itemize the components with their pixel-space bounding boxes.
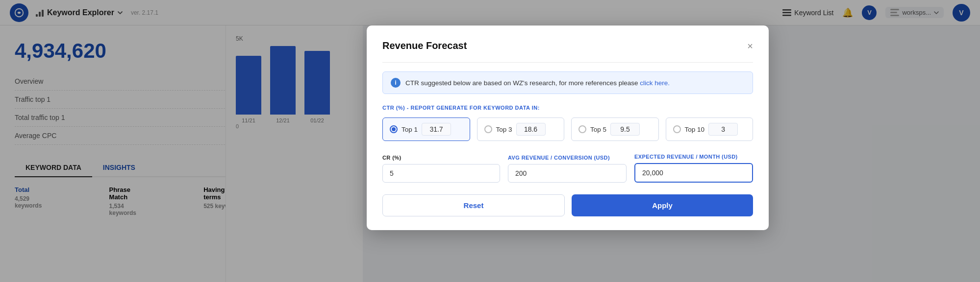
ctr-option-top5[interactable]: Top 5 9.5 xyxy=(571,118,659,141)
cr-label: CR (%) xyxy=(382,155,500,161)
cr-field-group: CR (%) xyxy=(382,155,500,183)
ctr-option-label: Top 1 xyxy=(402,126,418,133)
avg-label: AVG REVENUE / CONVERSION (USD) xyxy=(508,155,627,161)
cr-input[interactable] xyxy=(382,164,500,183)
avg-input[interactable] xyxy=(508,164,627,183)
apply-button[interactable]: Apply xyxy=(572,194,753,216)
modal-divider xyxy=(382,62,753,63)
ctr-radio-0 xyxy=(390,125,398,133)
ctr-option-value: 9.5 xyxy=(610,123,640,136)
ctr-option-value: 31.7 xyxy=(422,123,451,136)
buttons-row: Reset Apply xyxy=(382,194,753,216)
ctr-option-top1[interactable]: Top 1 31.7 xyxy=(382,118,470,141)
info-banner: i CTR suggested below are based on WZ's … xyxy=(382,71,753,94)
ctr-option-top10[interactable]: Top 10 3 xyxy=(666,118,754,141)
ctr-option-label: Top 5 xyxy=(590,126,606,133)
ctr-option-value: 3 xyxy=(708,123,738,136)
ctr-radio-1 xyxy=(484,125,492,133)
fields-row: CR (%) AVG REVENUE / CONVERSION (USD) EX… xyxy=(382,154,753,183)
modal-title: Revenue Forecast xyxy=(382,40,467,51)
expected-label: EXPECTED REVENUE / MONTH (USD) xyxy=(634,154,753,160)
modal-header: Revenue Forecast × xyxy=(382,40,753,51)
revenue-forecast-modal: Revenue Forecast × i CTR suggested below… xyxy=(367,25,769,230)
ctr-option-top3[interactable]: Top 3 18.6 xyxy=(477,118,565,141)
ctr-radio-3 xyxy=(673,125,681,133)
ctr-option-value: 18.6 xyxy=(516,123,546,136)
reset-button[interactable]: Reset xyxy=(382,194,565,216)
ctr-option-label: Top 10 xyxy=(685,126,705,133)
avg-field-group: AVG REVENUE / CONVERSION (USD) xyxy=(508,155,627,183)
ctr-options-row: Top 1 31.7 Top 3 18.6 Top 5 9.5 Top 10 3 xyxy=(382,118,753,141)
info-icon: i xyxy=(391,78,401,88)
modal-close-button[interactable]: × xyxy=(747,41,753,51)
ctr-option-label: Top 3 xyxy=(496,126,512,133)
expected-field-group: EXPECTED REVENUE / MONTH (USD) xyxy=(634,154,753,183)
info-text: CTR suggested below are based on WZ's re… xyxy=(405,79,670,87)
info-link[interactable]: click here. xyxy=(640,79,670,87)
ctr-section-label: CTR (%) - REPORT GENERATE FOR KEYWORD DA… xyxy=(382,105,753,111)
expected-input[interactable] xyxy=(634,163,753,183)
ctr-radio-2 xyxy=(578,125,586,133)
